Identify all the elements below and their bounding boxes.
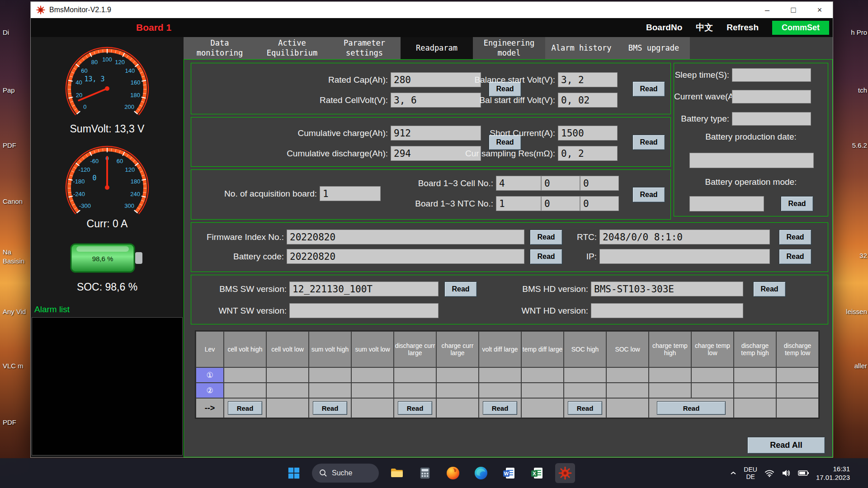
ip-field[interactable] bbox=[599, 249, 770, 264]
search-box[interactable]: Suche bbox=[312, 464, 379, 483]
read-balance-button[interactable]: Read bbox=[632, 81, 665, 97]
bal-start-diff-volt-field[interactable]: 0, 02 bbox=[558, 93, 618, 108]
current-wave-field[interactable] bbox=[732, 90, 811, 103]
cell-no-field-2[interactable]: 0 bbox=[541, 176, 580, 191]
read-curr-alarm-button[interactable]: Read bbox=[398, 401, 432, 415]
desktop-icon-label[interactable]: 5.6.2 bbox=[852, 141, 867, 150]
desktop-icon-label[interactable]: Any Vid bbox=[3, 307, 26, 316]
sleep-time-field[interactable] bbox=[732, 68, 811, 82]
tab-active-equilibrium[interactable]: ActiveEquilibrium bbox=[256, 37, 328, 59]
bms-hd-version-field[interactable]: BMS-ST103-303E bbox=[591, 282, 743, 296]
rtc-field[interactable]: 2048/0/0 8:1:0 bbox=[599, 230, 770, 244]
balance-start-volt-field[interactable]: 3, 2 bbox=[558, 72, 618, 87]
edge-button[interactable] bbox=[471, 463, 491, 483]
read-bms-sw-button[interactable]: Read bbox=[444, 282, 477, 297]
file-explorer-button[interactable] bbox=[387, 463, 407, 483]
ntc-no-field-1[interactable]: 1 bbox=[496, 196, 541, 211]
language-toggle[interactable]: 中文 bbox=[696, 22, 713, 33]
read-volt-diff-button[interactable]: Read bbox=[483, 401, 517, 415]
battery-production-date-field[interactable] bbox=[689, 153, 814, 168]
current-readout: Curr: 0 A bbox=[31, 218, 184, 230]
desktop-icon-label[interactable]: aller bbox=[854, 361, 867, 371]
desktop-icon-label[interactable]: VLC m bbox=[3, 361, 24, 371]
bms-app-button[interactable] bbox=[555, 463, 575, 483]
excel-button[interactable]: X bbox=[527, 463, 547, 483]
desktop-icon-label[interactable]: leissen bbox=[846, 307, 867, 316]
board-label: Board 1 bbox=[136, 22, 171, 33]
read-mode-button[interactable]: Read bbox=[781, 196, 813, 211]
svg-text:-180: -180 bbox=[73, 178, 85, 185]
read-ip-button[interactable]: Read bbox=[779, 249, 811, 264]
close-button[interactable]: × bbox=[807, 2, 833, 18]
ntc-no-field-2[interactable]: 0 bbox=[541, 196, 580, 211]
read-all-button[interactable]: Read All bbox=[747, 437, 825, 454]
firmware-index-field[interactable]: 20220820 bbox=[287, 230, 524, 244]
search-icon bbox=[319, 469, 327, 477]
read-bms-hd-button[interactable]: Read bbox=[753, 282, 786, 297]
battery-icon: 98,6 % bbox=[69, 240, 146, 277]
tab-bms-upgrade[interactable]: BMS upgrade bbox=[618, 37, 690, 59]
read-board-button[interactable]: Read bbox=[632, 187, 665, 202]
cell-no-field-3[interactable]: 0 bbox=[580, 176, 619, 191]
board-no-button[interactable]: BoardNo bbox=[646, 23, 682, 33]
commset-button[interactable]: CommSet bbox=[772, 21, 829, 35]
desktop-icon-label[interactable]: tch bbox=[858, 86, 867, 95]
bms-sw-version-field[interactable]: 12_221130_100T bbox=[289, 282, 439, 296]
cur-sampling-res-field[interactable]: 0, 2 bbox=[558, 146, 618, 161]
read-current-button[interactable]: Read bbox=[632, 135, 665, 150]
maximize-button[interactable]: □ bbox=[780, 2, 807, 18]
svg-text:80: 80 bbox=[91, 59, 98, 66]
tray-chevron-icon[interactable] bbox=[730, 471, 736, 475]
firefox-button[interactable] bbox=[443, 463, 463, 483]
battery-code-field[interactable]: 20220820 bbox=[287, 249, 524, 264]
tab-readparam[interactable]: Readparam bbox=[401, 37, 473, 59]
desktop-icon-label[interactable]: PDF bbox=[3, 141, 16, 150]
battery-type-field[interactable] bbox=[732, 112, 811, 126]
desktop-icon-label[interactable]: Pap bbox=[3, 86, 15, 95]
wnt-hd-version-field[interactable] bbox=[591, 303, 743, 318]
ntc-no-field-3[interactable]: 0 bbox=[580, 196, 619, 211]
read-rtc-button[interactable]: Read bbox=[779, 230, 811, 245]
language-indicator[interactable]: DEU DE bbox=[744, 466, 757, 480]
desktop-icon-label[interactable]: PDF bbox=[3, 418, 16, 427]
read-sum-volt-button[interactable]: Read bbox=[313, 401, 347, 415]
field-label: Rated CellVolt(V): bbox=[191, 95, 391, 105]
svg-text:-60: -60 bbox=[90, 158, 99, 164]
tab-alarm-history[interactable]: Alarm history bbox=[545, 37, 618, 59]
alarm-list-box[interactable] bbox=[32, 317, 183, 455]
desktop-icon-label[interactable]: NaBasisin bbox=[3, 248, 24, 265]
field-label: Sleep time(S): bbox=[674, 70, 732, 80]
field-label: Battery operation mode: bbox=[674, 177, 828, 187]
desktop-icon-label[interactable]: 32 bbox=[859, 251, 867, 260]
desktop-icon-label[interactable]: Di bbox=[3, 28, 9, 37]
tab-engineering-model[interactable]: Engineeringmodel bbox=[473, 37, 545, 59]
acquisition-board-field[interactable]: 1 bbox=[320, 186, 381, 201]
tab-data-monitoring[interactable]: Datamonitoring bbox=[184, 37, 256, 59]
windows-logo-icon bbox=[288, 467, 300, 479]
alarm-col-header: SOC low bbox=[606, 331, 649, 367]
read-soc-button[interactable]: Read bbox=[568, 401, 602, 415]
wifi-icon[interactable] bbox=[764, 469, 774, 477]
desktop-icon-label[interactable]: h Pro bbox=[851, 28, 867, 37]
desktop-icon-label[interactable]: Canon bbox=[3, 197, 23, 206]
alarm-cell bbox=[436, 367, 479, 383]
calculator-button[interactable] bbox=[415, 463, 435, 483]
read-cell-volt-button[interactable]: Read bbox=[228, 401, 262, 415]
field-label: Bal start diff Volt(V): bbox=[390, 95, 558, 105]
read-temp-button[interactable]: Read bbox=[657, 401, 726, 415]
wnt-sw-version-field[interactable] bbox=[289, 303, 439, 318]
refresh-button[interactable]: Refresh bbox=[726, 23, 759, 33]
tab-parameter-settings[interactable]: Parametersettings bbox=[328, 37, 401, 59]
word-button[interactable]: W bbox=[499, 463, 519, 483]
alarm-read-cell: Read bbox=[309, 398, 351, 418]
volume-icon[interactable] bbox=[782, 469, 791, 477]
current-gauge: -300-240-180-120-600601201802403000 bbox=[43, 141, 171, 220]
clock[interactable]: 16:31 17.01.2023 bbox=[816, 465, 850, 482]
battery-operation-mode-field[interactable] bbox=[689, 196, 764, 211]
titlebar[interactable]: BmsMonitor-V2.1.9 – □ × bbox=[31, 2, 833, 18]
minimize-button[interactable]: – bbox=[754, 2, 780, 18]
battery-status-icon[interactable] bbox=[798, 470, 809, 476]
start-button[interactable] bbox=[284, 463, 304, 483]
short-current-field[interactable]: 1500 bbox=[558, 126, 618, 141]
cell-no-field-1[interactable]: 4 bbox=[496, 176, 541, 191]
